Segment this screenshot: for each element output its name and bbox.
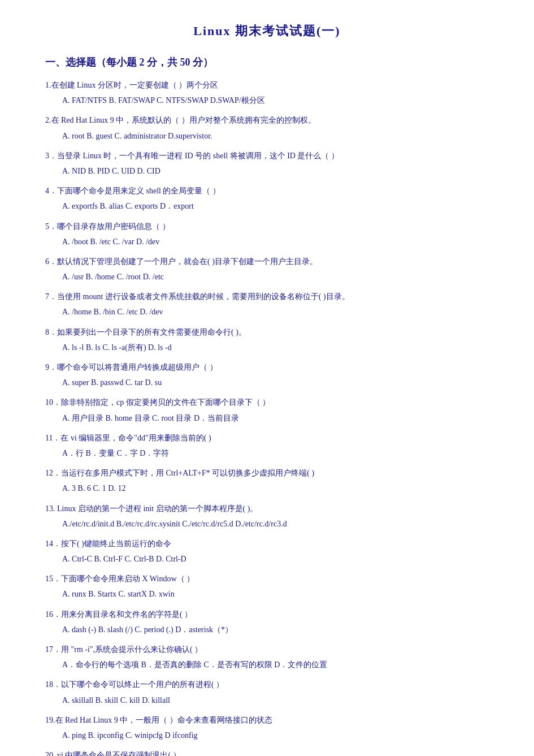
question-4: 4．下面哪个命令是用来定义 shell 的全局变量（ ）A. exportfs … — [45, 184, 489, 213]
question-options-9: A. super B. passwd C. tar D. su — [45, 375, 489, 390]
question-text-14: 14．按下( )键能终止当前运行的命令 — [45, 537, 489, 551]
question-options-4: A. exportfs B. alias C. exports D．export — [45, 199, 489, 213]
question-text-10: 10．除非特别指定，cp 假定要拷贝的文件在下面哪个目录下（ ） — [45, 395, 489, 409]
question-text-5: 5．哪个目录存放用户密码信息（ ） — [45, 219, 489, 234]
question-text-18: 18．以下哪个命令可以终止一个用户的所有进程( ） — [45, 677, 489, 692]
question-options-15: A. runx B. Startx C. startX D. xwin — [45, 587, 489, 601]
question-options-10: A. 用户目录 B. home 目录 C. root 目录 D．当前目录 — [45, 411, 489, 425]
question-text-11: 11．在 vi 编辑器里，命令"dd"用来删除当前的( ) — [45, 431, 489, 445]
question-2: 2.在 Red Hat Linux 9 中，系统默认的（ ）用户对整个系统拥有完… — [45, 113, 489, 142]
question-5: 5．哪个目录存放用户密码信息（ ）A. /boot B. /etc C. /va… — [45, 219, 489, 249]
question-text-17: 17．用 "rm -i",系统会提示什么来让你确认( ） — [45, 642, 489, 656]
question-options-14: A. Ctrl-C B. Ctrl-F C. Ctrl-B D. Ctrl-D — [45, 552, 489, 566]
question-text-4: 4．下面哪个命令是用来定义 shell 的全局变量（ ） — [45, 184, 489, 198]
question-options-12: A. 3 B. 6 C. 1 D. 12 — [45, 481, 489, 495]
section1-title: 一、选择题（每小题 2 分，共 50 分） — [45, 55, 489, 69]
question-text-6: 6．默认情况下管理员创建了一个用户，就会在( )目录下创建一个用户主目录。 — [45, 254, 489, 269]
question-7: 7．当使用 mount 进行设备或者文件系统挂载的时候，需要用到的设备名称位于(… — [45, 290, 489, 319]
question-16: 16．用来分离目录名和文件名的字符是( ）A. dash (-) B. slas… — [45, 607, 489, 637]
question-6: 6．默认情况下管理员创建了一个用户，就会在( )目录下创建一个用户主目录。A. … — [45, 254, 489, 284]
question-text-15: 15．下面哪个命令用来启动 X Window（ ） — [45, 572, 489, 586]
question-options-19: A. ping B. ipconfig C. winipcfg D ifconf… — [45, 728, 489, 742]
question-15: 15．下面哪个命令用来启动 X Window（ ）A. runx B. Star… — [45, 572, 489, 601]
page-title: Linux 期末考试试题(一) — [45, 23, 489, 40]
question-text-7: 7．当使用 mount 进行设备或者文件系统挂载的时候，需要用到的设备名称位于(… — [45, 290, 489, 304]
question-18: 18．以下哪个命令可以终止一个用户的所有进程( ）A. skillall B. … — [45, 677, 489, 707]
question-options-7: A. /home B. /bin C. /etc D. /dev — [45, 305, 489, 319]
question-options-5: A. /boot B. /etc C. /var D. /dev — [45, 235, 489, 249]
question-14: 14．按下( )键能终止当前运行的命令A. Ctrl-C B. Ctrl-F C… — [45, 537, 489, 566]
question-9: 9．哪个命令可以将普通用户转换成超级用户（ ）A. super B. passw… — [45, 360, 489, 390]
question-10: 10．除非特别指定，cp 假定要拷贝的文件在下面哪个目录下（ ）A. 用户目录 … — [45, 395, 489, 425]
question-options-8: A. ls -l B. ls C. ls -a(所有) D. ls -d — [45, 340, 489, 355]
question-text-13: 13. Linux 启动的第一个进程 init 启动的第一个脚本程序是( )。 — [45, 502, 489, 516]
question-text-1: 1.在创建 Linux 分区时，一定要创建（ ）两个分区 — [45, 78, 489, 92]
question-1: 1.在创建 Linux 分区时，一定要创建（ ）两个分区A. FAT/NTFS … — [45, 78, 489, 107]
question-options-16: A. dash (-) B. slash (/) C. period (.) D… — [45, 623, 489, 637]
question-text-20: 20. vi 中哪条命令是不保存强制退出( ） — [45, 748, 489, 756]
question-options-6: A. /usr B. /home C. /root D. /etc — [45, 270, 489, 284]
question-options-2: A. root B. guest C. administrator D.supe… — [45, 129, 489, 143]
question-options-18: A. skillall B. skill C. kill D. killall — [45, 693, 489, 707]
question-17: 17．用 "rm -i",系统会提示什么来让你确认( ）A．命令行的每个选项 B… — [45, 642, 489, 672]
question-text-9: 9．哪个命令可以将普通用户转换成超级用户（ ） — [45, 360, 489, 374]
question-text-16: 16．用来分离目录名和文件名的字符是( ） — [45, 607, 489, 621]
question-text-8: 8．如果要列出一个目录下的所有文件需要使用命令行( )。 — [45, 325, 489, 339]
question-13: 13. Linux 启动的第一个进程 init 启动的第一个脚本程序是( )。A… — [45, 502, 489, 531]
question-20: 20. vi 中哪条命令是不保存强制退出( ）A. :wq B. :wq! C.… — [45, 748, 489, 756]
question-options-17: A．命令行的每个选项 B．是否真的删除 C．是否有写的权限 D．文件的位置 — [45, 658, 489, 672]
question-options-11: A．行 B．变量 C．字 D．字符 — [45, 446, 489, 460]
question-text-3: 3．当登录 Linux 时，一个具有唯一进程 ID 号的 shell 将被调用，… — [45, 149, 489, 163]
question-19: 19.在 Red Hat Linux 9 中，一般用（ ）命令来查看网络接口的状… — [45, 713, 489, 742]
question-options-1: A. FAT/NTFS B. FAT/SWAP C. NTFS/SWAP D.S… — [45, 93, 489, 107]
question-3: 3．当登录 Linux 时，一个具有唯一进程 ID 号的 shell 将被调用，… — [45, 149, 489, 178]
question-text-19: 19.在 Red Hat Linux 9 中，一般用（ ）命令来查看网络接口的状… — [45, 713, 489, 727]
question-text-2: 2.在 Red Hat Linux 9 中，系统默认的（ ）用户对整个系统拥有完… — [45, 113, 489, 127]
question-text-12: 12．当运行在多用户模式下时，用 Ctrl+ALT+F* 可以切换多少虚拟用户终… — [45, 466, 489, 480]
question-options-13: A./etc/rc.d/init.d B./etc/rc.d/rc.sysini… — [45, 517, 489, 531]
question-11: 11．在 vi 编辑器里，命令"dd"用来删除当前的( )A．行 B．变量 C．… — [45, 431, 489, 460]
question-12: 12．当运行在多用户模式下时，用 Ctrl+ALT+F* 可以切换多少虚拟用户终… — [45, 466, 489, 495]
question-options-3: A. NID B. PID C. UID D. CID — [45, 164, 489, 178]
question-8: 8．如果要列出一个目录下的所有文件需要使用命令行( )。A. ls -l B. … — [45, 325, 489, 355]
